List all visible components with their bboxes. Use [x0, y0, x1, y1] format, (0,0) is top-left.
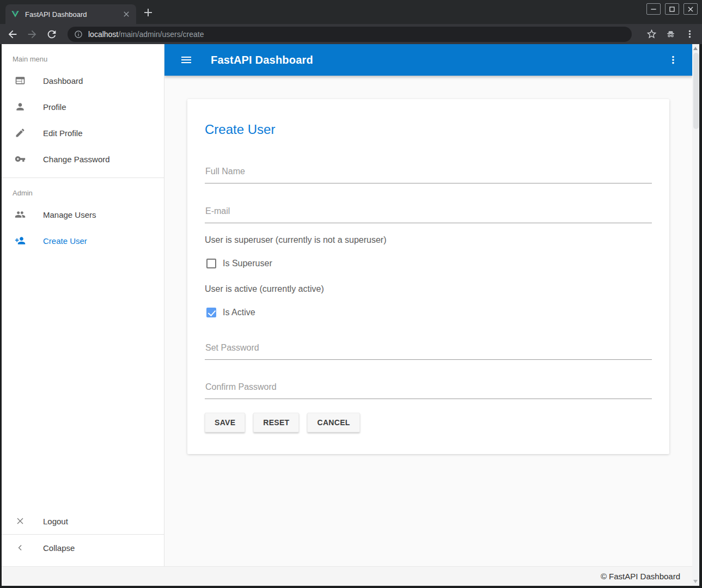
sidebar-item-label: Dashboard — [43, 76, 83, 85]
reload-icon[interactable] — [46, 28, 58, 40]
sidebar-item-label: Edit Profile — [43, 128, 83, 138]
bookmark-star-icon[interactable] — [646, 28, 657, 40]
app-bar: FastAPI Dashboard — [164, 44, 692, 76]
url-host: localhost — [88, 30, 118, 39]
url-path: /main/admin/users/create — [118, 30, 204, 39]
site-info-icon[interactable] — [74, 30, 83, 39]
create-user-card: Create User User is superuser (currently… — [187, 99, 669, 454]
scrollbar-up-icon[interactable] — [693, 47, 698, 50]
sidebar-item-label: Profile — [43, 102, 66, 112]
vue-logo-icon — [11, 10, 20, 19]
sidebar-item-edit-profile[interactable]: Edit Profile — [2, 120, 164, 146]
sidebar-item-label: Logout — [43, 517, 68, 526]
sidebar-item-label: Create User — [43, 236, 87, 246]
tab-strip: FastAPI Dashboard — [0, 0, 702, 24]
sidebar-item-label: Collapse — [43, 543, 75, 553]
incognito-icon — [665, 28, 676, 40]
forward-icon[interactable] — [26, 28, 38, 40]
app-title: FastAPI Dashboard — [211, 54, 313, 66]
browser-toolbar: localhost/main/admin/users/create — [0, 24, 702, 44]
web-icon — [15, 75, 26, 86]
maximize-button[interactable] — [665, 3, 679, 15]
app-menu-icon[interactable] — [667, 54, 679, 66]
active-hint: User is active (currently active) — [205, 284, 652, 294]
address-bar[interactable]: localhost/main/admin/users/create — [68, 27, 632, 42]
sidebar-divider — [2, 177, 164, 178]
save-button[interactable]: SAVE — [205, 413, 245, 432]
superuser-hint: User is superuser (currently is not a su… — [205, 235, 652, 245]
email-field[interactable] — [205, 206, 652, 223]
key-icon — [15, 154, 26, 164]
back-icon[interactable] — [7, 28, 19, 40]
sidebar: Main menu Dashboard Profile — [2, 44, 164, 566]
active-checkbox-label: Is Active — [223, 308, 255, 317]
page-title: Create User — [205, 122, 652, 137]
cancel-button[interactable]: CANCEL — [307, 413, 359, 432]
full-name-field[interactable] — [205, 167, 652, 183]
new-tab-icon[interactable] — [142, 6, 155, 19]
superuser-checkbox[interactable] — [206, 259, 216, 268]
superuser-checkbox-row: Is Superuser — [205, 259, 652, 268]
sidebar-item-manage-users[interactable]: Manage Users — [2, 201, 164, 228]
sidebar-item-change-password[interactable]: Change Password — [2, 146, 164, 172]
main-area: FastAPI Dashboard Create User User is su… — [164, 44, 699, 566]
footer-copyright: © FastAPI Dashboard — [601, 572, 680, 581]
chevron-left-icon — [15, 542, 26, 553]
close-window-button[interactable] — [683, 3, 698, 15]
active-checkbox[interactable] — [206, 308, 216, 317]
sidebar-section-label: Admin — [13, 189, 164, 197]
scrollbar-thumb[interactable] — [693, 53, 699, 129]
sidebar-item-collapse[interactable]: Collapse — [2, 535, 164, 561]
sidebar-section-label: Main menu — [13, 55, 164, 63]
sidebar-item-create-user[interactable]: Create User — [2, 228, 164, 254]
close-icon — [15, 516, 26, 526]
person-add-icon — [15, 235, 26, 246]
window-controls — [646, 3, 698, 15]
sidebar-item-dashboard[interactable]: Dashboard — [2, 68, 164, 94]
set-password-field[interactable] — [205, 343, 652, 360]
person-icon — [15, 101, 26, 112]
confirm-password-field[interactable] — [205, 382, 652, 399]
tab-close-icon[interactable] — [122, 10, 131, 19]
active-checkbox-row: Is Active — [205, 308, 652, 317]
scrollbar-down-icon[interactable] — [693, 580, 698, 583]
sidebar-item-profile[interactable]: Profile — [2, 94, 164, 120]
superuser-checkbox-label: Is Superuser — [223, 259, 272, 268]
menu-icon[interactable] — [180, 53, 193, 66]
people-icon — [15, 209, 26, 220]
sidebar-item-label: Manage Users — [43, 210, 96, 219]
minimize-button[interactable] — [646, 3, 661, 15]
sidebar-item-label: Change Password — [43, 155, 110, 164]
page-scrollbar[interactable] — [692, 44, 699, 586]
tab-title: FastAPI Dashboard — [25, 10, 122, 19]
browser-window: FastAPI Dashboard — [0, 0, 702, 588]
edit-icon — [15, 127, 26, 138]
page-footer: © FastAPI Dashboard — [2, 566, 699, 586]
sidebar-item-logout[interactable]: Logout — [2, 508, 164, 534]
reset-button[interactable]: RESET — [253, 413, 299, 432]
web-page: Main menu Dashboard Profile — [2, 44, 699, 586]
form-buttons: SAVE RESET CANCEL — [205, 413, 652, 432]
browser-tab[interactable]: FastAPI Dashboard — [5, 4, 136, 24]
browser-menu-icon[interactable] — [684, 28, 695, 40]
